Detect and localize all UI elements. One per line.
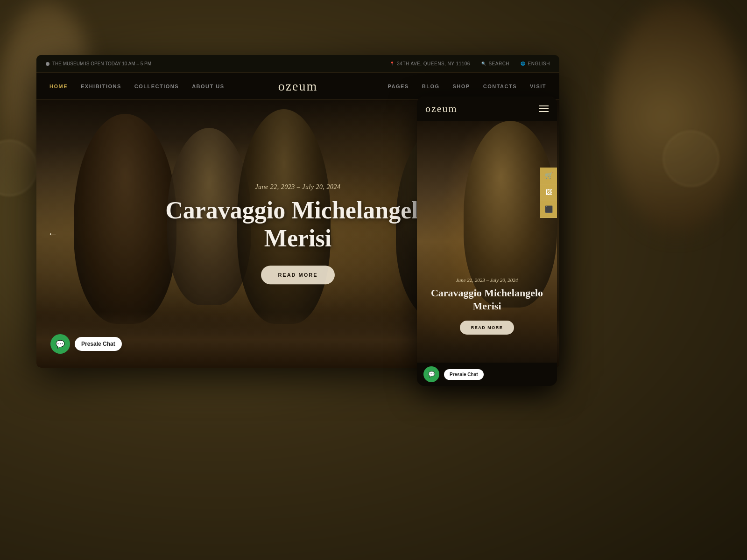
mobile-hero: June 22, 2023 – July 20, 2024 Caravaggio… xyxy=(417,121,557,363)
chat-icon: 💬 xyxy=(56,340,65,349)
hamburger-menu[interactable] xyxy=(539,105,549,112)
nav-right: PAGES BLOG SHOP CONTACTS VISIT xyxy=(388,84,546,89)
nav-collections[interactable]: COLLECTIONS xyxy=(134,84,179,89)
topbar-search[interactable]: 🔍 SEARCH xyxy=(481,61,509,66)
topbar-left: THE MUSEUM IS OPEN TODAY 10 AM – 5 PM xyxy=(46,61,151,66)
chat-button[interactable]: 💬 xyxy=(50,334,70,354)
hero-title: Caravaggio Michelangelo Merisi xyxy=(158,196,438,252)
mobile-window: ozeum June 22, 2023 – July 20, 2024 Cara… xyxy=(417,97,557,386)
hamburger-line-2 xyxy=(539,108,549,109)
globe-icon: 🌐 xyxy=(521,62,526,66)
hamburger-line-1 xyxy=(539,105,549,106)
mobile-read-more-button[interactable]: READ MORE xyxy=(460,321,514,335)
nav-left: HOME EXHIBITIONS COLLECTIONS ABOUT US xyxy=(49,84,225,89)
mobile-chat-button[interactable]: 💬 xyxy=(423,366,439,382)
nav-pages[interactable]: PAGES xyxy=(388,84,409,89)
navbar: HOME EXHIBITIONS COLLECTIONS ABOUT US oz… xyxy=(36,73,559,100)
nav-logo[interactable]: ozeum xyxy=(278,79,318,94)
mobile-logo[interactable]: ozeum xyxy=(425,103,458,115)
hero-read-more-button[interactable]: READ MORE xyxy=(261,266,334,284)
hero-prev-arrow[interactable]: ← xyxy=(48,228,58,240)
nav-home[interactable]: HOME xyxy=(49,84,68,89)
nav-contacts[interactable]: CONTACTS xyxy=(483,84,517,89)
chat-label: Presale Chat xyxy=(75,337,122,351)
museum-icon xyxy=(46,62,49,66)
mobile-bottom: 💬 Presale Chat xyxy=(417,363,557,386)
nav-shop[interactable]: SHOP xyxy=(453,84,470,89)
hero-content: June 22, 2023 – July 20, 2024 Caravaggio… xyxy=(158,183,438,284)
topbar: THE MUSEUM IS OPEN TODAY 10 AM – 5 PM 📍 … xyxy=(36,55,559,73)
nav-exhibitions[interactable]: EXHIBITIONS xyxy=(81,84,121,89)
museum-hours: THE MUSEUM IS OPEN TODAY 10 AM – 5 PM xyxy=(52,61,151,66)
mobile-chat-label: Presale Chat xyxy=(444,369,484,380)
topbar-language[interactable]: 🌐 ENGLISH xyxy=(521,61,550,66)
mobile-hero-content: June 22, 2023 – July 20, 2024 Caravaggio… xyxy=(417,277,557,335)
mobile-hero-date: June 22, 2023 – July 20, 2024 xyxy=(426,277,548,283)
location-icon: 📍 xyxy=(390,62,395,66)
bg-figure-right xyxy=(607,0,747,233)
topbar-address: 📍 34TH AVE, QUEENS, NY 11106 xyxy=(390,61,470,66)
mobile-header: ozeum xyxy=(417,97,557,121)
nav-blog[interactable]: BLOG xyxy=(422,84,440,89)
blur-circle-right xyxy=(663,131,719,187)
nav-about[interactable]: ABOUT US xyxy=(192,84,224,89)
mobile-cart-icon-btn[interactable]: 🛒 xyxy=(540,168,557,184)
mobile-gallery-icon-btn[interactable]: 🖼 xyxy=(540,184,557,201)
search-icon: 🔍 xyxy=(481,62,486,66)
mobile-hero-title: Caravaggio Michelangelo Merisi xyxy=(426,287,548,313)
mobile-sidebar-icons: 🛒 🖼 ⬛ xyxy=(540,168,557,218)
hamburger-line-3 xyxy=(539,111,549,112)
mobile-chat-icon: 💬 xyxy=(428,371,435,378)
chat-area: 💬 Presale Chat xyxy=(50,334,122,354)
hero-date: June 22, 2023 – July 20, 2024 xyxy=(158,183,438,191)
mobile-layout-icon-btn[interactable]: ⬛ xyxy=(540,201,557,218)
nav-visit[interactable]: VISIT xyxy=(530,84,546,89)
topbar-right: 📍 34TH AVE, QUEENS, NY 11106 🔍 SEARCH 🌐 … xyxy=(390,61,550,66)
